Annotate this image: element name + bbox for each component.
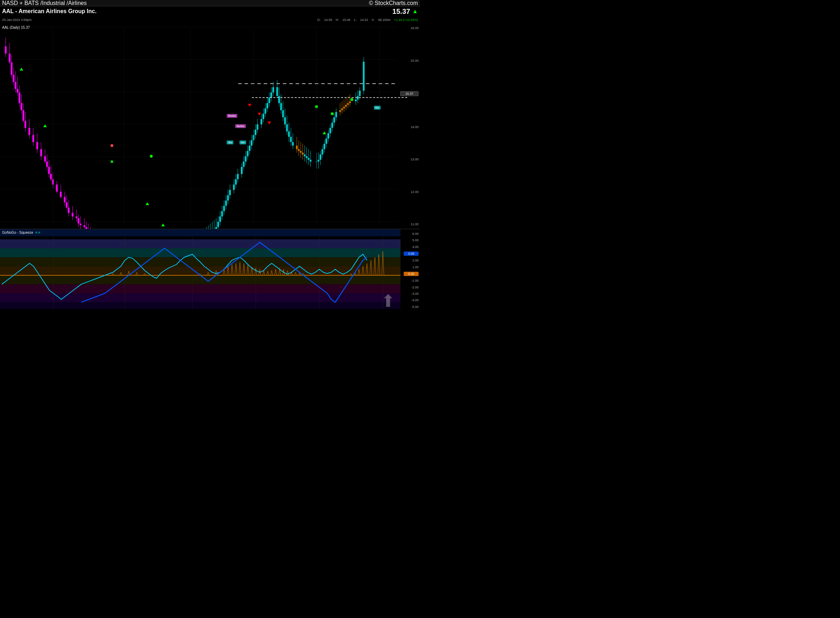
ind-6: 6.00	[404, 232, 419, 236]
price-display: 15.37 ▲	[392, 7, 418, 16]
ohlv-stats: O: 14.59 H: 15.46 L: 14.52 V: 96.150m +1…	[317, 18, 418, 22]
price-level-1100: 11.00	[400, 223, 419, 226]
ind-0-badge: 0.00	[404, 272, 419, 276]
high-label: H:	[335, 18, 339, 22]
price-change: +1.44 (+10.34%)	[394, 18, 418, 22]
indicator-canvas	[0, 229, 420, 309]
high-value: 15.46	[342, 18, 350, 22]
price-level-1500: 15.00	[400, 59, 419, 62]
price-scale: 16.00 15.00 15.37 14.00 13.00 12.00 11.0…	[399, 24, 420, 229]
header-bar: NASD + BATS /Industrial /Airlines © Stoc…	[0, 0, 420, 6]
indicator-panel: GoNoGo - Squeeze ✕✕ 6.00 5.00 4.00 3.00 …	[0, 229, 420, 309]
open-value: 14.59	[324, 18, 332, 22]
low-label: L:	[354, 18, 357, 22]
price-level-1200: 12.00	[400, 190, 419, 194]
go-badge-2: Go	[239, 141, 246, 144]
ind-3-badge: 3.00	[404, 251, 419, 256]
ind-neg5: -5.00	[404, 305, 419, 309]
current-price-badge: 15.37	[400, 91, 419, 96]
price-direction-icon: ▲	[412, 8, 418, 15]
ind-neg1: -1.00	[404, 279, 419, 282]
indicator-name: GoNoGo - Squeeze	[2, 230, 33, 235]
ind-neg3: -3.00	[404, 292, 419, 296]
ind-2: 2.00	[404, 258, 419, 262]
exchange-label: NASD + BATS /Industrial /Airlines	[2, 0, 86, 6]
stats-bar: 25-Jan-2024 3:59pm O: 14.59 H: 15.46 L: …	[0, 16, 420, 24]
low-value: 14.52	[360, 18, 368, 22]
price-level-1300: 13.00	[400, 157, 419, 161]
ind-1: 1.00	[404, 265, 419, 269]
go-badge-1: Go	[227, 141, 233, 144]
nogo-badge-2: NoGo	[235, 124, 246, 128]
current-price: 15.37	[392, 7, 410, 16]
up-arrow-icon: ⬆	[381, 291, 395, 309]
ind-4: 4.00	[404, 245, 419, 249]
ind-neg4: -4.00	[404, 299, 419, 302]
stock-title: AAL - American Airlines Group Inc.	[2, 8, 96, 15]
nogo-badge-1: NoGo	[227, 114, 237, 118]
ind-neg2: -2.00	[404, 285, 419, 289]
vol-label: V:	[372, 18, 375, 22]
chart-label: AAL (Daily) 15.37	[2, 25, 30, 30]
indicator-suffix: ✕✕	[35, 230, 40, 235]
price-level-1600: 16.00	[400, 26, 419, 30]
resistance-line	[252, 97, 407, 98]
main-chart: AAL (Daily) 15.37 16.00 15.00 15.37 14.0…	[0, 24, 420, 229]
ind-5: 5.00	[404, 238, 419, 242]
go-badge-3: Go	[374, 106, 381, 110]
price-level-1400: 14.00	[400, 125, 419, 129]
chart-date: 25-Jan-2024 3:59pm	[2, 18, 31, 22]
chart-canvas	[0, 24, 420, 229]
indicator-scale: 6.00 5.00 4.00 3.00 2.00 1.00 0.00 -1.00…	[402, 229, 420, 309]
vol-value: 96.150m	[378, 18, 390, 22]
open-label: O:	[317, 18, 321, 22]
title-bar: AAL - American Airlines Group Inc. 15.37…	[0, 6, 420, 16]
watermark: © StockCharts.com	[369, 0, 418, 6]
indicator-label: GoNoGo - Squeeze ✕✕	[2, 230, 40, 235]
